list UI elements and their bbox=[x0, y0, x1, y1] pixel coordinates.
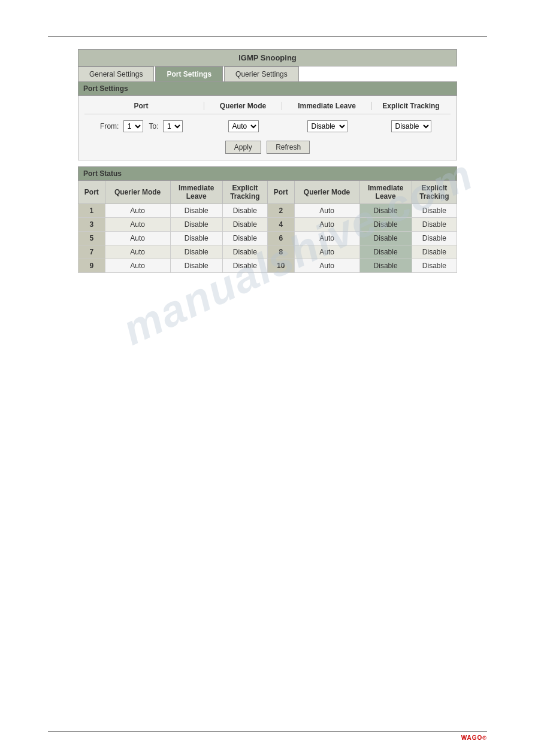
table-row: 1 Auto Disable Disable 2 Auto Disable Di… bbox=[78, 204, 457, 218]
querier-left: Auto bbox=[105, 232, 170, 245]
querier-select-col: Auto bbox=[204, 120, 282, 132]
immediate-leave-select-col: Disable bbox=[282, 120, 372, 132]
col-header-querier: Querier Mode bbox=[204, 102, 282, 110]
port-num-right: 2 bbox=[267, 204, 294, 218]
immediate-left: Disable bbox=[170, 204, 222, 218]
port-num-right: 10 bbox=[267, 259, 294, 273]
explicit-right: Disable bbox=[412, 204, 457, 218]
explicit-right: Disable bbox=[412, 218, 457, 232]
to-select[interactable]: 1 bbox=[163, 120, 183, 132]
port-num-left: 5 bbox=[78, 232, 105, 245]
port-num-right: 8 bbox=[267, 245, 294, 259]
explicit-right: Disable bbox=[412, 245, 457, 259]
immediate-right: Disable bbox=[359, 259, 412, 273]
th-immediate-left: ImmediateLeave bbox=[170, 181, 222, 204]
th-explicit-right: ExplicitTracking bbox=[412, 181, 457, 204]
table-row: 3 Auto Disable Disable 4 Auto Disable Di… bbox=[78, 218, 457, 232]
immediate-right: Disable bbox=[359, 232, 412, 245]
refresh-button[interactable]: Refresh bbox=[267, 141, 310, 154]
immediate-left: Disable bbox=[170, 218, 222, 232]
col-header-immediate: Immediate Leave bbox=[282, 102, 372, 110]
th-port-left: Port bbox=[78, 181, 105, 204]
th-immediate-right: ImmediateLeave bbox=[359, 181, 412, 204]
querier-left: Auto bbox=[105, 259, 170, 273]
form-column-headers: Port Querier Mode Immediate Leave Explic… bbox=[84, 102, 451, 114]
col-header-explicit: Explicit Tracking bbox=[372, 102, 444, 110]
port-num-right: 6 bbox=[267, 232, 294, 245]
table-row: 5 Auto Disable Disable 6 Auto Disable Di… bbox=[78, 232, 457, 245]
th-querier-right: Querier Mode bbox=[294, 181, 359, 204]
querier-mode-select[interactable]: Auto bbox=[228, 120, 259, 132]
port-settings-form: Port Querier Mode Immediate Leave Explic… bbox=[78, 96, 457, 160]
immediate-leave-select[interactable]: Disable bbox=[307, 120, 347, 132]
port-num-right: 4 bbox=[267, 218, 294, 232]
querier-right: Auto bbox=[294, 245, 359, 259]
page-title: IGMP Snooping bbox=[78, 49, 457, 66]
status-table-body: 1 Auto Disable Disable 2 Auto Disable Di… bbox=[78, 204, 457, 273]
port-num-left: 1 bbox=[78, 204, 105, 218]
querier-left: Auto bbox=[105, 245, 170, 259]
explicit-tracking-select-col: Disable bbox=[372, 120, 444, 132]
port-range-inputs: From: 1 To: 1 bbox=[84, 120, 204, 132]
th-querier-left: Querier Mode bbox=[105, 181, 170, 204]
th-explicit-left: ExplicitTracking bbox=[222, 181, 267, 204]
querier-right: Auto bbox=[294, 259, 359, 273]
table-row: 9 Auto Disable Disable 10 Auto Disable D… bbox=[78, 259, 457, 273]
apply-button[interactable]: Apply bbox=[225, 141, 261, 154]
form-inputs-row: From: 1 To: 1 Auto Disable bbox=[84, 118, 451, 135]
explicit-right: Disable bbox=[412, 232, 457, 245]
immediate-right: Disable bbox=[359, 245, 412, 259]
explicit-left: Disable bbox=[222, 259, 267, 273]
button-row: Apply Refresh bbox=[84, 141, 451, 154]
immediate-left: Disable bbox=[170, 245, 222, 259]
port-settings-section-header: Port Settings bbox=[78, 82, 457, 96]
querier-left: Auto bbox=[105, 204, 170, 218]
from-select[interactable]: 1 bbox=[123, 120, 143, 132]
immediate-left: Disable bbox=[170, 232, 222, 245]
wago-brand: WAGO bbox=[461, 734, 483, 741]
table-row: 7 Auto Disable Disable 8 Auto Disable Di… bbox=[78, 245, 457, 259]
immediate-right: Disable bbox=[359, 218, 412, 232]
main-container: IGMP Snooping General Settings Port Sett… bbox=[78, 49, 457, 273]
explicit-left: Disable bbox=[222, 204, 267, 218]
explicit-left: Disable bbox=[222, 218, 267, 232]
from-label: From: bbox=[100, 122, 119, 130]
immediate-left: Disable bbox=[170, 259, 222, 273]
bottom-rule bbox=[48, 731, 487, 732]
explicit-right: Disable bbox=[412, 259, 457, 273]
explicit-left: Disable bbox=[222, 232, 267, 245]
explicit-tracking-select[interactable]: Disable bbox=[391, 120, 431, 132]
immediate-right: Disable bbox=[359, 204, 412, 218]
tabs-bar: General Settings Port Settings Querier S… bbox=[78, 66, 457, 82]
querier-right: Auto bbox=[294, 218, 359, 232]
querier-left: Auto bbox=[105, 218, 170, 232]
tab-querier-settings[interactable]: Querier Settings bbox=[224, 66, 299, 81]
explicit-left: Disable bbox=[222, 245, 267, 259]
querier-right: Auto bbox=[294, 204, 359, 218]
th-port-right: Port bbox=[267, 181, 294, 204]
wago-logo: WAGO® bbox=[461, 734, 487, 747]
top-rule bbox=[48, 36, 487, 37]
to-label: To: bbox=[149, 122, 159, 130]
table-header-row: Port Querier Mode ImmediateLeave Explici… bbox=[78, 181, 457, 204]
wago-registered: ® bbox=[482, 735, 487, 741]
port-num-left: 3 bbox=[78, 218, 105, 232]
tab-general-settings[interactable]: General Settings bbox=[78, 66, 154, 81]
querier-right: Auto bbox=[294, 232, 359, 245]
port-status-table: Port Querier Mode ImmediateLeave Explici… bbox=[78, 181, 457, 273]
port-num-left: 7 bbox=[78, 245, 105, 259]
col-header-port: Port bbox=[84, 102, 204, 110]
tab-port-settings[interactable]: Port Settings bbox=[155, 66, 223, 81]
port-status-section-header: Port Status bbox=[78, 166, 457, 181]
port-num-left: 9 bbox=[78, 259, 105, 273]
